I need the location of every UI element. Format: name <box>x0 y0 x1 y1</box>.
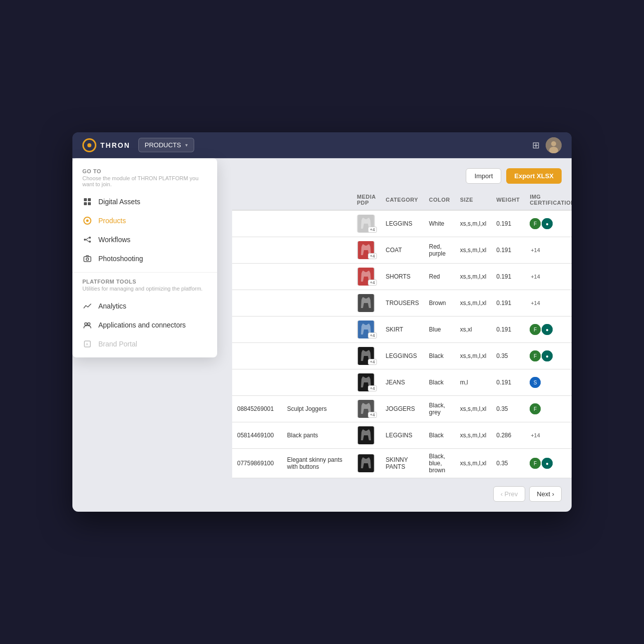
cell-name: Black pants <box>282 422 352 449</box>
cell-name: Sculpt Joggers <box>282 396 352 422</box>
cell-sku <box>232 290 282 317</box>
thumbnail-count: +4 <box>368 332 377 338</box>
menu-item-applications[interactable]: Applications and connectors <box>72 316 217 334</box>
cell-color: Brown <box>424 290 455 317</box>
cell-weight: 0.35 <box>491 449 525 478</box>
cell-thumbnail <box>352 449 381 478</box>
prev-button[interactable]: ‹ Prev <box>493 486 526 502</box>
cell-size: xs,xl <box>455 317 491 343</box>
cell-name <box>282 290 352 317</box>
svg-text:●: ● <box>546 353 549 359</box>
table-row: +4COATRed, purplexs,s,m,l,xl0.191+14✏ <box>232 237 572 264</box>
svg-rect-14 <box>84 257 91 262</box>
app-window: THRON PRODUCTS ▾ ⊞ GO TO Choose the modu… <box>72 132 572 512</box>
cell-category: SHORTS <box>381 264 424 290</box>
svg-point-10 <box>89 237 91 239</box>
cell-weight: 0.191 <box>491 290 525 317</box>
cell-sku <box>232 369 282 396</box>
cell-cert: +14 <box>525 264 572 290</box>
cell-size: xs,s,m,l,xl <box>455 290 491 317</box>
chevron-down-icon: ▾ <box>185 142 188 148</box>
menu-item-workflows[interactable]: Workflows <box>72 230 217 249</box>
svg-text:F: F <box>534 461 537 466</box>
logo-text: THRON <box>100 141 130 149</box>
svg-text:F: F <box>534 406 537 412</box>
cert-icon: F <box>530 218 541 229</box>
import-button[interactable]: Import <box>466 168 501 184</box>
brand-portal-icon: A <box>82 339 92 349</box>
thumbnail-count: +4 <box>368 359 377 365</box>
product-thumbnail: +4 <box>357 347 375 365</box>
nav-dropdown[interactable]: PRODUCTS ▾ <box>138 138 194 152</box>
cell-category: SKINNY PANTS <box>381 449 424 478</box>
cell-sku <box>232 317 282 343</box>
cell-weight: 0.35 <box>491 396 525 422</box>
cert-icon: ● <box>542 218 553 229</box>
table-actions: Import Export XLSX <box>232 168 562 184</box>
goto-menu: GO TO Choose the module of THRON PLATFOR… <box>72 158 217 357</box>
cell-weight: 0.191 <box>491 369 525 396</box>
svg-point-11 <box>89 241 91 243</box>
cell-thumbnail: +4 <box>352 210 381 237</box>
next-button[interactable]: Next › <box>529 486 562 502</box>
cell-cert: F <box>525 396 572 422</box>
cell-name: Elegant skinny pants with buttons <box>282 449 352 478</box>
cell-color: Red <box>424 264 455 290</box>
table-row: +4JEANSBlackm,l0.191S✏ <box>232 369 572 396</box>
cell-size: xs,s,m,l,xl <box>455 264 491 290</box>
svg-text:F: F <box>534 221 537 227</box>
menu-item-products[interactable]: Products <box>72 211 217 230</box>
cert-icon: F <box>530 458 541 469</box>
svg-point-17 <box>88 323 90 325</box>
menu-item-brand-portal: A Brand Portal <box>72 334 217 353</box>
cell-name <box>282 210 352 237</box>
col-header-img-cert: IMG CERTIFICATION <box>525 190 572 210</box>
svg-point-15 <box>86 258 89 261</box>
cell-cert: +14 <box>525 422 572 449</box>
cell-category: LEGGINS <box>381 422 424 449</box>
table-area: Import Export XLSX MEDIA PDP CATEGORY CO… <box>232 168 562 502</box>
cell-size: m,l <box>455 369 491 396</box>
thumbnail-count: +4 <box>368 227 377 233</box>
cell-thumbnail: +4 <box>352 369 381 396</box>
svg-rect-3 <box>84 198 87 201</box>
menu-item-photoshooting[interactable]: Photoshooting <box>72 249 217 268</box>
cell-color: Black <box>424 422 455 449</box>
table-row: +4SHORTSRedxs,s,m,l,xl0.191+14✏ <box>232 264 572 290</box>
cell-color: Red, purple <box>424 237 455 264</box>
svg-text:S: S <box>534 380 537 385</box>
pagination: ‹ Prev Next › <box>232 486 562 502</box>
goto-section-title: GO TO <box>72 166 217 175</box>
products-table: MEDIA PDP CATEGORY COLOR SIZE WEIGHT IMG… <box>232 190 572 478</box>
thumbnail-count: +4 <box>368 280 377 286</box>
menu-item-analytics[interactable]: Analytics <box>72 297 217 316</box>
cell-sku <box>232 264 282 290</box>
settings-icon[interactable]: ⊞ <box>532 140 540 151</box>
svg-point-16 <box>85 323 87 325</box>
col-header-sku <box>232 190 282 210</box>
cell-thumbnail <box>352 290 381 317</box>
table-row: 07759869100Elegant skinny pants with but… <box>232 449 572 478</box>
cert-icon: ● <box>542 324 553 335</box>
logo-icon <box>82 138 96 152</box>
cert-icon: F <box>530 350 541 361</box>
cert-icon: S <box>530 377 541 388</box>
svg-text:●: ● <box>546 327 549 332</box>
cell-cert: F● <box>525 317 572 343</box>
platform-section-title: PLATFORM TOOLS <box>72 277 217 286</box>
cell-cert: S <box>525 369 572 396</box>
table-row: 05814469100Black pantsLEGGINSBlackxs,s,m… <box>232 422 572 449</box>
avatar[interactable] <box>546 137 562 153</box>
product-thumbnail: +4 <box>357 241 375 259</box>
svg-rect-4 <box>88 198 91 201</box>
cell-color: Blue <box>424 317 455 343</box>
photoshooting-label: Photoshooting <box>98 255 143 263</box>
menu-item-digital-assets[interactable]: Digital Assets <box>72 192 217 211</box>
table-row: 08845269001Sculpt Joggers+4JOGGERSBlack,… <box>232 396 572 422</box>
export-button[interactable]: Export XLSX <box>506 168 562 184</box>
product-thumbnail <box>357 426 375 444</box>
menu-divider <box>72 272 217 273</box>
cell-color: Black <box>424 343 455 369</box>
svg-text:F: F <box>534 353 537 359</box>
digital-assets-label: Digital Assets <box>98 198 140 206</box>
